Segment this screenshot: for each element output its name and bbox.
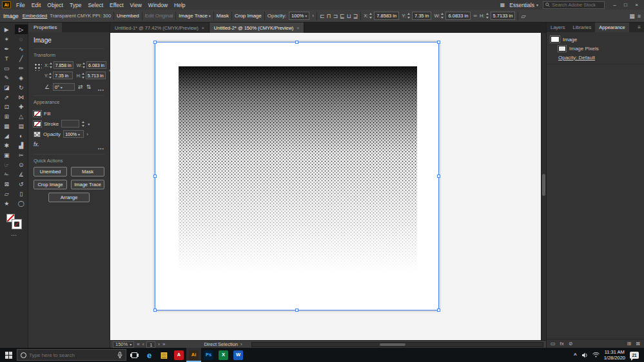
document-tab-1[interactable]: Untitled-1* @ 77.42% (CMYK/Preview) ×: [110, 23, 210, 33]
fill-stroke-indicator[interactable]: [6, 214, 22, 229]
selection-handle[interactable]: [295, 41, 298, 44]
close-tab-icon[interactable]: ×: [297, 26, 299, 30]
photoshop-icon[interactable]: Ps: [201, 348, 216, 362]
stepper[interactable]: [50, 62, 53, 69]
selection-handle[interactable]: [437, 309, 440, 312]
width-tool[interactable]: ⋈: [15, 92, 28, 102]
crop-image-button[interactable]: Crop Image: [235, 13, 262, 19]
selection-handle[interactable]: [153, 41, 157, 44]
stroke-swatch[interactable]: [34, 121, 41, 127]
stepper[interactable]: [83, 62, 86, 69]
stepper[interactable]: [49, 72, 52, 79]
shape-builder-tool[interactable]: ⊞: [0, 111, 14, 121]
perspective-grid-tool[interactable]: △: [15, 111, 28, 121]
crop-tool[interactable]: ⊠: [0, 179, 14, 189]
rectangle-tool[interactable]: ▭: [0, 63, 14, 73]
flip-horizontal-icon[interactable]: ⇄: [78, 84, 83, 90]
align-middle-icon[interactable]: ⊔: [347, 13, 351, 19]
align-center-icon[interactable]: ⊓: [327, 13, 331, 19]
menu-help[interactable]: Help: [171, 2, 188, 8]
network-icon[interactable]: [592, 352, 600, 357]
tab-layers[interactable]: Layers: [547, 23, 569, 32]
next-artboard-button[interactable]: ›: [158, 341, 160, 347]
gradient-tool[interactable]: ▤: [15, 121, 28, 131]
panel-menu-icon[interactable]: ≡: [634, 24, 644, 30]
workspace-switcher[interactable]: Essentials▾: [509, 2, 538, 8]
w-input[interactable]: 6.0833 in: [445, 12, 471, 20]
excel-icon[interactable]: X: [216, 348, 231, 362]
previous-artboard-button[interactable]: ‹: [142, 341, 144, 347]
add-new-effect-icon[interactable]: fx: [560, 341, 564, 347]
more-options-icon[interactable]: •••: [98, 88, 104, 92]
unembed-button[interactable]: Unembed: [34, 167, 67, 176]
word-icon[interactable]: W: [231, 348, 246, 362]
reference-point-selector[interactable]: [34, 62, 42, 71]
effects-button[interactable]: fx.: [34, 141, 39, 148]
image-trace-button[interactable]: Image Trace: [71, 180, 104, 189]
image-trace-dropdown[interactable]: Image Trace▾: [179, 13, 210, 19]
w-input[interactable]: 6.083 in: [86, 61, 106, 69]
rotate-tool[interactable]: ↻: [15, 82, 28, 92]
appearance-row-image-pixels[interactable]: Image Pixels: [547, 44, 644, 53]
close-tab-icon[interactable]: ×: [202, 26, 204, 30]
menu-effect[interactable]: Effect: [106, 2, 127, 8]
last-artboard-button[interactable]: »: [162, 341, 165, 347]
volume-icon[interactable]: [581, 352, 588, 358]
magic-wand-tool[interactable]: ✶: [0, 34, 14, 44]
canvas[interactable]: [110, 33, 546, 340]
menu-edit[interactable]: Edit: [28, 2, 44, 8]
curvature-tool[interactable]: ∿: [15, 44, 28, 53]
mesh-tool[interactable]: ▦: [0, 121, 14, 131]
opacity-panel-arrow-icon[interactable]: ›: [312, 13, 314, 19]
horizontal-scrollbar-thumb[interactable]: [380, 343, 405, 346]
h-input[interactable]: 5.7133 in: [491, 12, 516, 20]
constrain-proportions-icon[interactable]: ∞: [473, 13, 477, 19]
tab-appearance[interactable]: Appearance: [595, 23, 629, 32]
document-tab-2[interactable]: Untitled-2* @ 150% (CMYK/Preview) ×: [210, 23, 305, 33]
taskbar-search-input[interactable]: [29, 352, 100, 358]
x-input[interactable]: 7.858 in: [54, 61, 73, 69]
selection-handle[interactable]: [437, 41, 440, 44]
close-button[interactable]: ×: [631, 2, 642, 8]
selection-tool[interactable]: ▶: [0, 24, 14, 34]
tab-libraries[interactable]: Libraries: [569, 23, 596, 32]
clear-appearance-icon[interactable]: ⊘: [569, 341, 573, 347]
stepper[interactable]: [369, 12, 373, 19]
page-tool[interactable]: ▯: [15, 189, 28, 198]
stroke-swatch[interactable]: [12, 220, 21, 229]
pen-tool[interactable]: ✒: [0, 44, 14, 53]
unembed-button[interactable]: Unembed: [117, 13, 139, 19]
shear-icon[interactable]: ▱: [521, 13, 525, 19]
clock[interactable]: 11:31 AM 1/28/2020: [604, 349, 625, 361]
selection-handle[interactable]: [295, 309, 298, 312]
arrange-button[interactable]: Arrange: [48, 193, 90, 202]
star-tool[interactable]: ★: [0, 198, 14, 208]
menu-object[interactable]: Object: [44, 2, 66, 8]
stepper[interactable]: [486, 12, 489, 19]
y-input[interactable]: 7.35 in: [53, 71, 73, 79]
edge-icon[interactable]: e: [142, 348, 157, 362]
slice-tool[interactable]: ✂: [15, 150, 28, 160]
status-panel-arrow-icon[interactable]: ›: [240, 341, 242, 347]
align-left-icon[interactable]: ⊏: [320, 13, 325, 19]
action-center-button[interactable]: 21: [630, 352, 639, 359]
add-new-stroke-icon[interactable]: ▭: [551, 341, 556, 347]
selection-handle[interactable]: [437, 175, 440, 178]
rotate-view-tool[interactable]: ↺: [15, 179, 28, 189]
horizontal-scrollbar[interactable]: [251, 342, 543, 347]
selection-handle[interactable]: [153, 175, 157, 178]
type-tool[interactable]: T: [0, 53, 14, 63]
blend-tool[interactable]: ◐: [15, 131, 28, 140]
scale-tool[interactable]: ⇗: [0, 92, 14, 102]
appearance-row-image[interactable]: Image: [547, 35, 644, 44]
stepper[interactable]: [441, 12, 444, 19]
start-button[interactable]: [0, 348, 17, 362]
measure-tool[interactable]: ∡: [15, 169, 28, 179]
line-segment-tool[interactable]: ╱: [15, 53, 28, 63]
stock-search-input[interactable]: [552, 2, 602, 8]
artboard-number-field[interactable]: 1: [146, 341, 155, 348]
align-right-icon[interactable]: ⊐: [333, 13, 338, 19]
zoom-level-select[interactable]: 150%▾: [113, 341, 134, 348]
appearance-row-opacity[interactable]: Opacity: Default: [547, 53, 644, 62]
lasso-tool[interactable]: ◌: [15, 34, 28, 44]
